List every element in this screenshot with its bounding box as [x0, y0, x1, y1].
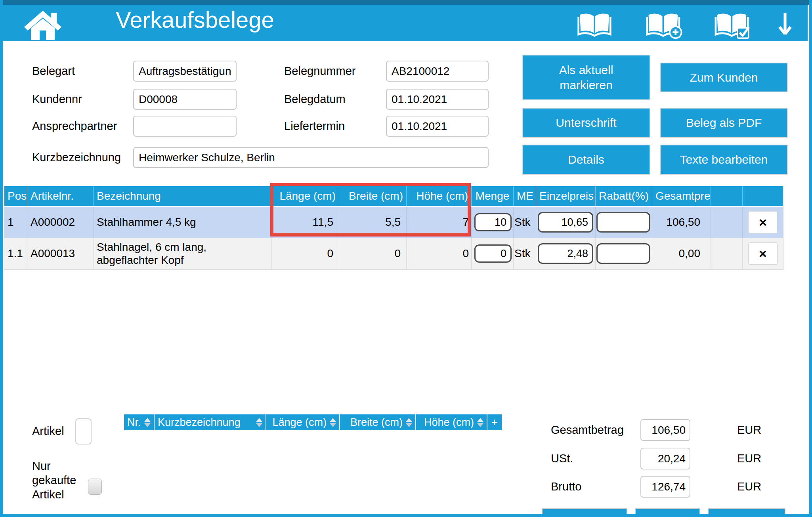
row2-bezeichnung: Stahlnagel, 6 cm lang, abgeflachter Kopf	[94, 238, 272, 269]
zum-kunden-button[interactable]: Zum Kunden	[660, 63, 788, 92]
row1-delete-button[interactable]: ×	[748, 211, 778, 233]
row2-laenge: 0	[272, 238, 339, 269]
row1-bezeichnung: Stahlhammer 4,5 kg	[94, 207, 272, 238]
nur-gekaufte-artikel-label: Nur gekaufte Artikel	[32, 459, 82, 502]
belegnummer-label: Belegnummer	[284, 61, 356, 82]
col-empty	[711, 186, 743, 206]
unterschrift-button[interactable]: Unterschrift	[522, 108, 650, 138]
gesamtbetrag-input[interactable]	[640, 419, 690, 441]
details-button[interactable]: Details	[522, 145, 650, 175]
page-title: Verkaufsbelege	[116, 7, 274, 32]
ansprechpartner-label: Ansprechpartner	[32, 116, 117, 137]
row1-artikelnr: A000002	[27, 207, 94, 238]
mini-col-hoehe-label: Höhe (cm)	[424, 416, 474, 429]
home-icon[interactable]	[21, 10, 65, 41]
texte-bearbeiten-button[interactable]: Texte bearbeiten	[660, 145, 788, 175]
row2-spacer	[711, 238, 743, 269]
book-icon[interactable]	[575, 12, 613, 38]
row2-einzelpreis-input[interactable]	[538, 243, 593, 264]
ansprechpartner-input[interactable]	[133, 116, 237, 137]
kurzbezeichnung-input[interactable]	[133, 147, 489, 168]
row2-rabatt-input[interactable]	[596, 243, 650, 264]
sort-icon[interactable]	[403, 418, 412, 427]
window-top-edge	[0, 0, 812, 5]
belegnummer-input[interactable]	[386, 61, 489, 82]
row2-artikelnr: A000013	[27, 238, 94, 269]
row2-hoehe: 0	[407, 238, 472, 269]
artikel-filter-input[interactable]	[75, 418, 92, 445]
brutto-currency: EUR	[737, 480, 761, 493]
row2-breite: 0	[339, 238, 407, 269]
brutto-input[interactable]	[640, 476, 690, 498]
col-gesamtpreis: Gesamtpre	[652, 186, 711, 206]
row1-einzelpreis-input[interactable]	[538, 212, 593, 233]
col-breite: Breite (cm)	[339, 186, 407, 206]
col-delete	[743, 186, 783, 206]
mini-col-breite: Breite (cm)	[340, 414, 416, 430]
mini-col-laenge-label: Länge (cm)	[272, 416, 327, 429]
sort-icon[interactable]	[327, 418, 336, 427]
table-row[interactable]: 1.1 A000013 Stahlnagel, 6 cm lang, abgef…	[4, 238, 783, 270]
book-check-icon[interactable]	[713, 12, 755, 40]
sort-icon[interactable]	[142, 418, 151, 427]
window-right-edge	[809, 0, 812, 517]
kundennr-label: Kundennr	[32, 89, 82, 110]
mini-col-kurzbezeichnung: Kurzbezeichnung	[155, 414, 266, 430]
row1-breite: 5,5	[339, 207, 407, 238]
col-menge: Menge	[472, 186, 514, 206]
mini-col-nr: Nr.	[124, 414, 155, 430]
gesamtbetrag-currency: EUR	[737, 424, 761, 437]
mini-col-laenge: Länge (cm)	[266, 414, 340, 430]
book-add-icon[interactable]	[644, 12, 686, 40]
beleg-als-pdf-button[interactable]: Beleg als PDF	[660, 108, 788, 138]
row1-rabatt-input[interactable]	[596, 212, 650, 233]
liefertermin-label: Liefertermin	[284, 116, 345, 137]
liefertermin-input[interactable]	[386, 116, 489, 137]
row1-laenge: 11,5	[272, 207, 339, 238]
col-einzelpreis: Einzelpreis	[536, 186, 596, 206]
add-column-button[interactable]: +	[487, 414, 502, 430]
verkaufsbelege-window: Verkaufsbelege Belegart Ku	[0, 0, 812, 517]
article-list-header: Nr. Kurzbezeichnung Länge (cm) Breite (c…	[124, 414, 502, 430]
row1-hoehe: 7	[407, 207, 472, 238]
row1-pos: 1	[4, 207, 27, 238]
kurzbezeichnung-label: Kurzbezeichnung	[32, 147, 121, 168]
brutto-label: Brutto	[551, 480, 640, 493]
row2-me: Stk	[514, 238, 536, 269]
ust-input[interactable]	[640, 448, 690, 469]
items-table-header: Pos. Artikelnr. Bezeichnung Länge (cm) B…	[4, 186, 783, 207]
belegdatum-label: Belegdatum	[284, 89, 346, 110]
items-table: Pos. Artikelnr. Bezeichnung Länge (cm) B…	[4, 186, 783, 270]
col-hoehe: Höhe (cm)	[407, 186, 472, 206]
belegart-input[interactable]	[133, 61, 237, 82]
kundennr-input[interactable]	[133, 89, 237, 110]
window-left-edge	[0, 0, 3, 517]
total-row-gesamtbetrag: Gesamtbetrag EUR	[551, 419, 789, 441]
row2-pos: 1.1	[4, 238, 27, 269]
nur-gekaufte-checkbox[interactable]	[88, 479, 102, 495]
row2-menge-input[interactable]	[474, 244, 512, 263]
sort-icon[interactable]	[475, 418, 483, 427]
row2-gesamtpreis: 0,00	[652, 238, 711, 269]
window-bottom-edge	[0, 514, 812, 517]
download-arrow-icon[interactable]	[778, 11, 793, 37]
belegdatum-input[interactable]	[386, 89, 489, 110]
gesamtbetrag-label: Gesamtbetrag	[551, 424, 640, 437]
row1-menge-input[interactable]	[474, 213, 512, 231]
row1-me: Stk	[514, 207, 536, 238]
table-row[interactable]: 1 A000002 Stahlhammer 4,5 kg 11,5 5,5 7 …	[4, 207, 783, 238]
als-aktuell-markieren-button[interactable]: Als aktuell markieren	[522, 55, 650, 100]
mini-col-hoehe: Höhe (cm)	[416, 414, 487, 430]
col-me: ME	[514, 186, 536, 206]
col-rabatt: Rabatt(%)	[596, 186, 652, 206]
mini-col-kurzbezeichnung-label: Kurzbezeichnung	[158, 416, 241, 429]
artikel-label: Artikel	[32, 425, 64, 438]
row2-delete-button[interactable]: ×	[748, 242, 778, 265]
row1-gesamtpreis: 106,50	[652, 207, 711, 238]
row1-spacer	[711, 207, 743, 238]
col-laenge: Länge (cm)	[272, 186, 339, 206]
col-bezeichnung: Bezeichnung	[94, 186, 272, 206]
total-row-ust: USt. EUR	[551, 448, 789, 469]
col-artikelnr: Artikelnr.	[27, 186, 94, 206]
sort-icon[interactable]	[254, 418, 262, 427]
